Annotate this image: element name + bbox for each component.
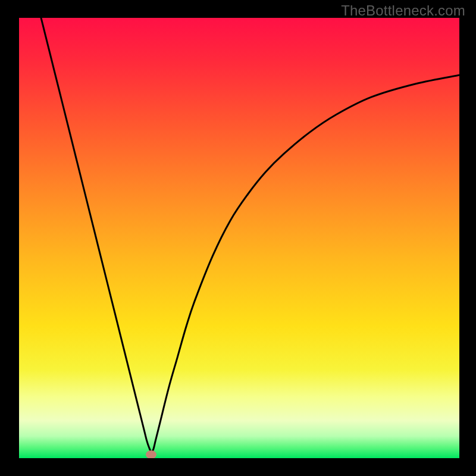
- plot-frame: [19, 18, 459, 458]
- minimum-point-marker: [146, 450, 156, 458]
- bottleneck-curve: [19, 18, 459, 458]
- watermark-text: TheBottleneck.com: [341, 2, 465, 19]
- plot-area: [19, 18, 459, 458]
